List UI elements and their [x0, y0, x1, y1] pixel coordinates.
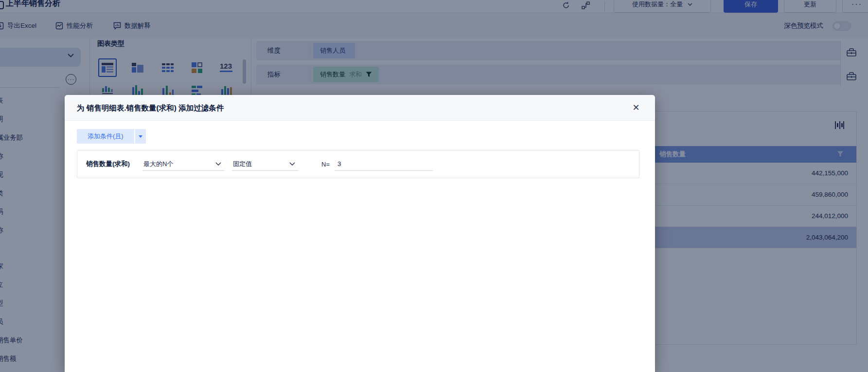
filter-condition-modal: 为 销售明细表.销售数量(求和) 添加过滤条件 ✕ 添加条件(且) 销售数量(求… [65, 95, 655, 372]
add-condition-split-button: 添加条件(且) [77, 129, 146, 144]
n-equals-label: N= [321, 161, 330, 168]
n-value-input[interactable] [335, 158, 433, 171]
operator-value: 最大的N个 [143, 160, 173, 168]
modal-header: 为 销售明细表.销售数量(求和) 添加过滤条件 ✕ [65, 95, 655, 121]
app-screen: 上半年销售分析 使用数据量：全量 保存 更新 ··· 导出Excel [0, 0, 868, 372]
caret-down-icon [139, 135, 142, 138]
close-icon[interactable]: ✕ [631, 102, 641, 113]
chevron-down-icon [289, 162, 295, 166]
condition-row: 销售数量(求和) 最大的N个 固定值 N= [77, 150, 639, 178]
operator-select[interactable]: 最大的N个 [142, 158, 224, 171]
add-condition-button[interactable]: 添加条件(且) [77, 129, 134, 144]
chevron-down-icon [215, 162, 221, 166]
value-type-select[interactable]: 固定值 [232, 158, 298, 171]
value-type-value: 固定值 [233, 160, 252, 168]
modal-title: 为 销售明细表.销售数量(求和) 添加过滤条件 [77, 103, 224, 113]
add-condition-dropdown-arrow[interactable] [135, 129, 146, 144]
condition-field-label: 销售数量(求和) [86, 160, 130, 168]
